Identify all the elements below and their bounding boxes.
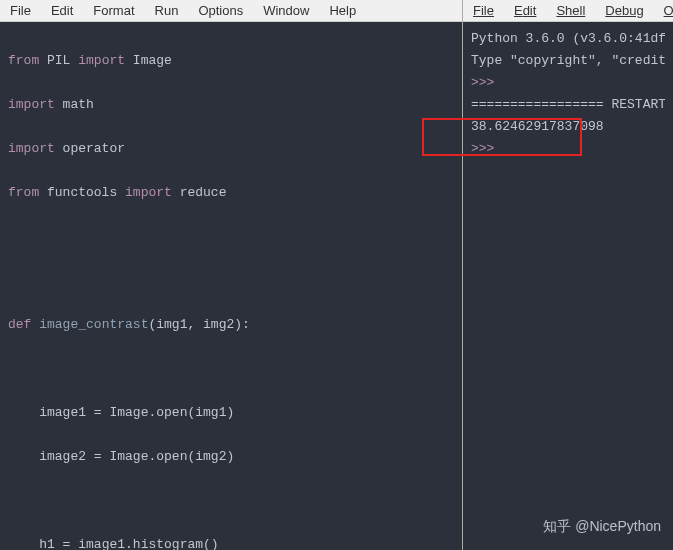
python-shell[interactable]: Python 3.6.0 (v3.6.0:41df79263a11, De Ty… [463, 22, 673, 550]
blank-line [8, 358, 450, 380]
kw-from: from [8, 53, 47, 68]
sym-reduce: reduce [180, 185, 227, 200]
shell-menu-edit[interactable]: Edit [504, 1, 546, 20]
kw-import: import [8, 141, 63, 156]
mod-operator: operator [63, 141, 125, 156]
mod-functools: functools [47, 185, 125, 200]
code-editor[interactable]: from PIL import Image import math import… [0, 22, 462, 550]
kw-def: def [8, 317, 39, 332]
mod-pil: PIL [47, 53, 78, 68]
menu-file[interactable]: File [0, 1, 41, 20]
blank-line [8, 490, 450, 512]
line-assign1: image1 = Image.open(img1) [39, 405, 234, 420]
menu-run[interactable]: Run [145, 1, 189, 20]
line-h1: h1 = image1.histogram() [39, 537, 218, 550]
shell-hint: Type "copyright", "credits" or "license(… [471, 50, 665, 72]
shell-version: Python 3.6.0 (v3.6.0:41df79263a11, De [471, 28, 665, 50]
shell-prompt: >>> [471, 138, 665, 160]
kw-from: from [8, 185, 47, 200]
menu-help[interactable]: Help [319, 1, 366, 20]
shell-output: 38.62462917837098 [471, 116, 665, 138]
shell-prompt: >>> [471, 72, 665, 94]
kw-import: import [8, 97, 63, 112]
shell-menu-file[interactable]: File [463, 1, 504, 20]
menu-window[interactable]: Window [253, 1, 319, 20]
shell-menu-options[interactable]: Options [654, 1, 673, 20]
line-assign2: image2 = Image.open(img2) [39, 449, 234, 464]
kw-import: import [125, 185, 180, 200]
blank-line [8, 270, 450, 292]
watermark: 知乎 @NicePython [543, 518, 661, 536]
menu-format[interactable]: Format [83, 1, 144, 20]
sym-image: Image [133, 53, 172, 68]
shell-menu-debug[interactable]: Debug [595, 1, 653, 20]
func-args: (img1, img2): [148, 317, 249, 332]
mod-math: math [63, 97, 94, 112]
menu-edit[interactable]: Edit [41, 1, 83, 20]
menu-options[interactable]: Options [188, 1, 253, 20]
editor-menubar: File Edit Format Run Options Window Help [0, 0, 462, 22]
blank-line [8, 226, 450, 248]
func-name: image_contrast [39, 317, 148, 332]
shell-menubar: File Edit Shell Debug Options [463, 0, 673, 22]
kw-import: import [78, 53, 133, 68]
shell-menu-shell[interactable]: Shell [546, 1, 595, 20]
shell-restart: ================= RESTART: C:\Us [471, 94, 665, 116]
